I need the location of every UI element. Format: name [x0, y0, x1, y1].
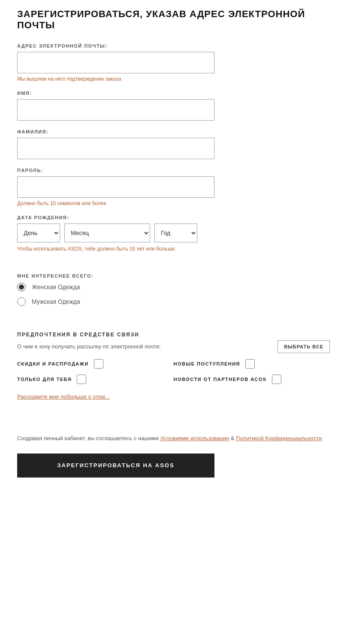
checkbox-new-arrivals-label: НОВЫЕ ПОСТУПЛЕНИЯ — [174, 361, 241, 366]
dob-month-select[interactable]: Месяц ЯнварьФевральМартАпрельМайИюньИюль… — [64, 224, 150, 242]
dob-hint: Чтобы использовать ASOS, тебе должно быт… — [17, 246, 330, 252]
radio-women-label: Женская Одежда — [32, 284, 80, 290]
email-hint: Мы вышлем на него подтверждение заказа — [17, 76, 330, 82]
page-title: ЗАРЕГИСТРИРОВАТЬСЯ, УКАЗАВ АДРЕС ЭЛЕКТРО… — [17, 9, 330, 31]
checkboxes-grid: СКИДКИ И РАСПРОДАЖИ НОВЫЕ ПОСТУПЛЕНИЯ ТО… — [17, 359, 330, 384]
first-name-group: ИМЯ: — [17, 91, 330, 121]
terms-of-use-link[interactable]: Условиями использования — [160, 435, 229, 441]
checkbox-personal: ТОЛЬКО ДЛЯ ТЕБЯ — [17, 375, 174, 384]
email-label: АДРЕС ЭЛЕКТРОННОЙ ПОЧТЫ: — [17, 43, 330, 48]
privacy-policy-link[interactable]: Политикой Конфиденциальности — [236, 435, 322, 441]
password-group: ПАРОЛЬ: Должно быть 10 символов или боле… — [17, 168, 330, 206]
dob-day-select[interactable]: День // Days 1-31 populated below 123456… — [17, 224, 60, 242]
communication-header: ПРЕДПОЧТЕНИЯ В СРЕДСТВЕ СВЯЗИ — [17, 332, 330, 338]
dob-label: ДАТА РОЖДЕНИЯ: — [17, 215, 330, 220]
last-name-label: ФАМИЛИЯ: — [17, 129, 330, 134]
dob-dropdowns: День // Days 1-31 populated below 123456… — [17, 224, 330, 242]
email-group: АДРЕС ЭЛЕКТРОННОЙ ПОЧТЫ: Мы вышлем на не… — [17, 43, 330, 82]
select-all-button[interactable]: ВЫБРАТЬ ВСЕ — [278, 340, 330, 353]
checkbox-sales-label: СКИДКИ И РАСПРОДАЖИ — [17, 361, 89, 366]
interests-label: МНЕ ИНТЕРЕСНЕЕ ВСЕГО: — [17, 273, 330, 278]
checkbox-personal-label: ТОЛЬКО ДЛЯ ТЕБЯ — [17, 377, 72, 382]
first-name-label: ИМЯ: — [17, 91, 330, 96]
terms-text: Создавая личный кабинет, вы соглашаетесь… — [17, 434, 330, 443]
register-button[interactable]: ЗАРЕГИСТРИРОВАТЬСЯ НА ASOS — [17, 454, 214, 478]
checkbox-sales: СКИДКИ И РАСПРОДАЖИ — [17, 359, 174, 369]
radio-men-label: Мужская Одежда — [32, 298, 80, 305]
terms-text-before: Создавая личный кабинет, вы соглашаетесь… — [17, 435, 160, 441]
communication-section: ПРЕДПОЧТЕНИЯ В СРЕДСТВЕ СВЯЗИ О чем я хо… — [17, 332, 330, 413]
learn-more-link[interactable]: Расскажите мне побольше о этом... — [17, 393, 110, 400]
interests-section: МНЕ ИНТЕРЕСНЕЕ ВСЕГО: Женская Одежда Муж… — [17, 273, 330, 306]
radio-group: Женская Одежда Мужская Одежда — [17, 283, 330, 306]
checkbox-sales-input[interactable] — [94, 359, 103, 369]
radio-men[interactable] — [17, 297, 26, 306]
dob-section: ДАТА РОЖДЕНИЯ: День // Days 1-31 populat… — [17, 215, 330, 252]
password-label: ПАРОЛЬ: — [17, 168, 330, 173]
communication-subrow: О чем я хочу получать рассылку по электр… — [17, 340, 330, 353]
last-name-input[interactable] — [17, 138, 214, 159]
checkbox-new-arrivals: НОВЫЕ ПОСТУПЛЕНИЯ — [174, 359, 330, 369]
checkbox-partner-news-input[interactable] — [272, 375, 281, 384]
password-input[interactable] — [17, 176, 214, 198]
checkbox-partner-news-label: НОВОСТИ ОТ ПАРТНЕРОВ АСOS — [174, 377, 267, 382]
communication-sublabel: О чем я хочу получать рассылку по электр… — [17, 343, 161, 350]
first-name-input[interactable] — [17, 99, 214, 121]
password-hint: Должно быть 10 символов или более — [17, 200, 330, 206]
radio-option-women[interactable]: Женская Одежда — [17, 283, 330, 291]
checkbox-partner-news: НОВОСТИ ОТ ПАРТНЕРОВ АСOS — [174, 375, 330, 384]
radio-option-men[interactable]: Мужская Одежда — [17, 297, 330, 306]
dob-year-select[interactable]: Год 202620252024202320222021202020192018… — [154, 224, 197, 242]
last-name-group: ФАМИЛИЯ: — [17, 129, 330, 159]
radio-women[interactable] — [17, 283, 26, 291]
email-input[interactable] — [17, 52, 214, 73]
terms-text-between: & — [229, 435, 236, 441]
checkbox-personal-input[interactable] — [77, 375, 86, 384]
checkbox-new-arrivals-input[interactable] — [245, 359, 255, 369]
